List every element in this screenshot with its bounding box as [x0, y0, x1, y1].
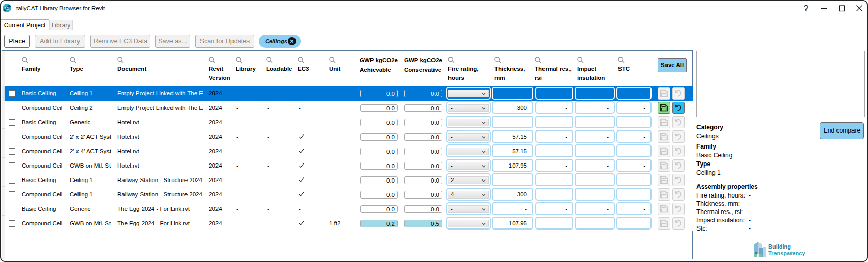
svg-text:tc: tc: [5, 5, 9, 11]
